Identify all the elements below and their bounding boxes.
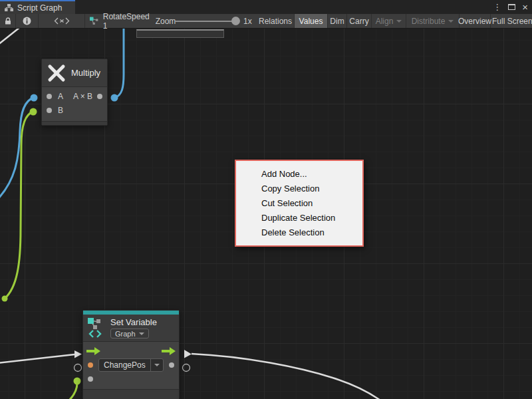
multiply-node-title: Multiply	[71, 68, 100, 78]
menu-item-delete-selection[interactable]: Delete Selection	[236, 225, 362, 240]
graph-reference-label: RotateSpeed 1	[103, 12, 152, 31]
input-port-b[interactable]	[47, 108, 52, 113]
port-b-label: B	[58, 106, 63, 115]
flow-input-arrow-icon[interactable]	[86, 347, 100, 355]
output-port-result[interactable]	[97, 94, 102, 99]
zoom-label: Zoom	[154, 14, 177, 28]
lock-button[interactable]	[0, 14, 16, 28]
variable-name-value: ChangePos	[99, 360, 150, 370]
scope-label: Graph	[115, 330, 136, 338]
script-machine-icon	[90, 17, 99, 25]
fullscreen-button[interactable]: Full Screen	[491, 14, 532, 28]
dim-toggle[interactable]: Dim	[328, 14, 347, 28]
menu-item-add-node[interactable]: Add Node...	[236, 167, 362, 182]
partially-visible-node[interactable]	[136, 29, 224, 38]
embed-brackets-icon	[54, 17, 70, 25]
tab-bar: Script Graph ⋮ ×	[0, 0, 532, 14]
values-toggle[interactable]: Values	[295, 14, 328, 28]
set-variable-icon	[87, 317, 106, 338]
zoom-value: 1x	[243, 14, 252, 28]
variable-name-port[interactable]	[88, 362, 93, 368]
multiply-node-footer	[42, 121, 107, 125]
tab-script-graph[interactable]: Script Graph	[0, 0, 75, 14]
set-variable-header[interactable]: Set Variable Graph	[83, 315, 179, 342]
input-port-a[interactable]	[47, 94, 52, 99]
menu-item-duplicate-selection[interactable]: Duplicate Selection	[236, 211, 362, 225]
chevron-down-icon	[154, 364, 160, 366]
canvas-context-menu: Add Node... Copy Selection Cut Selection…	[235, 160, 364, 247]
input-value-port[interactable]	[88, 376, 93, 382]
multiply-node-body: A A × B B	[42, 87, 107, 121]
overview-button[interactable]: Overview	[460, 14, 491, 28]
relations-toggle[interactable]: Relations	[257, 14, 295, 28]
chevron-down-icon	[139, 332, 144, 335]
variable-port-row: ChangePos	[83, 358, 179, 372]
info-icon	[23, 17, 31, 25]
port-result-label: A × B	[73, 92, 92, 101]
value-port-row	[83, 372, 179, 386]
flow-output-arrow-icon[interactable]	[162, 347, 176, 355]
zoom-slider-track[interactable]	[175, 21, 236, 22]
zoom-slider-handle[interactable]	[231, 17, 240, 25]
multiply-node[interactable]: Multiply A A × B B	[41, 59, 108, 126]
multiply-node-header[interactable]: Multiply	[42, 59, 107, 87]
align-dropdown[interactable]: Align	[372, 14, 406, 28]
script-graph-window: Script Graph ⋮ ×	[0, 0, 532, 399]
window-controls: ⋮ ×	[493, 0, 528, 14]
port-a-label: A	[58, 92, 63, 101]
window-menu-icon[interactable]: ⋮	[493, 3, 501, 11]
menu-item-copy-selection[interactable]: Copy Selection	[236, 182, 362, 196]
variable-name-dropdown[interactable]: ChangePos	[98, 358, 164, 372]
multiply-icon	[47, 64, 66, 82]
graph-toolbar: RotateSpeed 1 Zoom 1x Relations Values D…	[0, 14, 532, 29]
port-row-b: B	[42, 103, 107, 117]
set-variable-footer	[83, 389, 179, 399]
output-value-port[interactable]	[169, 362, 174, 368]
flow-port-row	[83, 344, 179, 358]
menu-item-cut-selection[interactable]: Cut Selection	[236, 196, 362, 211]
maximize-icon[interactable]	[508, 4, 515, 10]
set-variable-node[interactable]: Set Variable Graph ChangePos	[82, 310, 180, 399]
graph-hierarchy-icon	[5, 4, 13, 11]
distribute-dropdown[interactable]: Distribute	[406, 14, 460, 28]
lock-icon	[4, 17, 12, 25]
close-icon[interactable]: ×	[522, 2, 528, 12]
chevron-down-icon	[448, 20, 454, 23]
port-row-a: A A × B	[42, 89, 107, 103]
chevron-down-icon	[396, 20, 402, 23]
embed-graph-button[interactable]	[39, 14, 85, 28]
info-button[interactable]	[16, 14, 39, 28]
graph-reference-breadcrumb[interactable]: RotateSpeed 1	[85, 14, 152, 28]
tab-title: Script Graph	[17, 3, 62, 13]
carry-toggle[interactable]: Carry	[347, 14, 372, 28]
variable-scope-dropdown[interactable]: Graph	[110, 329, 149, 338]
set-variable-title: Set Variable	[110, 317, 157, 327]
